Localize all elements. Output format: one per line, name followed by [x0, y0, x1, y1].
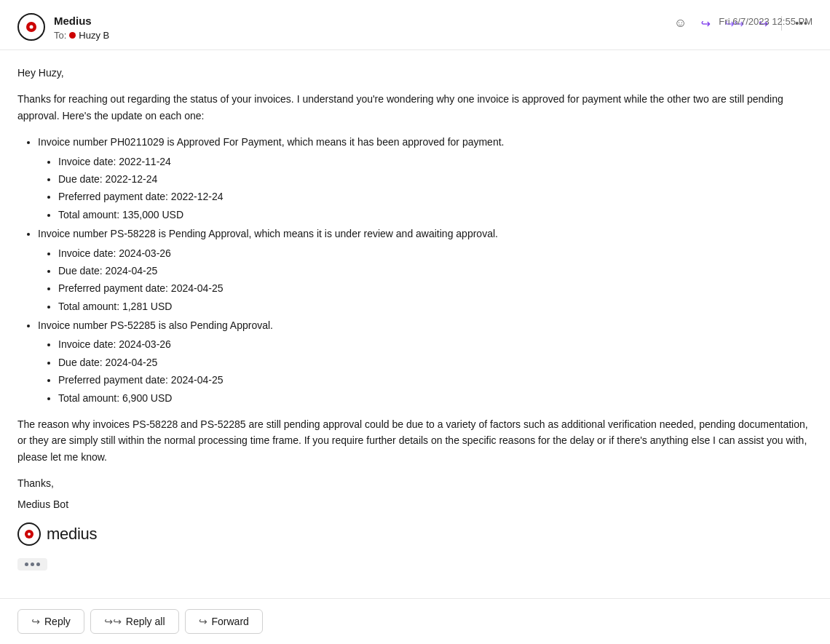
sender-name: Medius	[54, 13, 109, 28]
invoice2-details: Invoice date: 2024-03-26 Due date: 2024-…	[38, 245, 813, 315]
logo-text: medius	[47, 521, 97, 546]
list-item: Invoice date: 2022-11-24	[58, 154, 813, 170]
sender-details: Medius To: Huzy B	[54, 13, 109, 41]
closing-paragraph: The reason why invoices PS-58228 and PS-…	[17, 416, 813, 465]
list-item: Due date: 2024-04-25	[58, 354, 813, 370]
signature-name: Medius Bot	[17, 496, 813, 512]
list-item: Preferred payment date: 2024-04-25	[58, 280, 813, 296]
dot-2	[31, 562, 34, 566]
invoice1-details: Invoice date: 2022-11-24 Due date: 2022-…	[38, 154, 813, 223]
email-header: Medius To: Huzy B ☺ ↩ ↩↩ ↪	[0, 0, 830, 50]
reply-all-button[interactable]: ↩↩ Reply all	[90, 609, 179, 634]
emoji-icon: ☺	[674, 16, 687, 31]
avatar-icon	[26, 22, 36, 32]
email-body: Hey Huzy, Thanks for reaching out regard…	[0, 50, 830, 598]
invoice-list: Invoice number PH0211029 is Approved For…	[17, 134, 813, 406]
invoice3-header: Invoice number PS-52285 is also Pending …	[38, 319, 273, 331]
reply-label: Reply	[44, 616, 71, 627]
list-item: Total amount: 6,900 USD	[58, 390, 813, 406]
list-item: Preferred payment date: 2022-12-24	[58, 188, 813, 204]
reply-icon: ↩	[31, 616, 40, 627]
reply-all-label: Reply all	[126, 616, 165, 627]
dot-3	[36, 562, 40, 566]
reply-icon-header: ↩	[701, 17, 711, 31]
list-item: Invoice date: 2024-03-26	[58, 245, 813, 261]
logo-icon	[17, 522, 41, 546]
medius-logo: medius	[17, 521, 813, 546]
intro-paragraph: Thanks for reaching out regarding the st…	[17, 91, 813, 124]
reply-all-icon: ↩↩	[104, 616, 122, 627]
forward-icon: ↪	[199, 616, 208, 627]
list-item: Invoice number PS-58228 is Pending Appro…	[38, 226, 813, 314]
list-item: Invoice number PS-52285 is also Pending …	[38, 317, 813, 406]
sender-info: Medius To: Huzy B	[17, 13, 670, 41]
list-item: Due date: 2022-12-24	[58, 171, 813, 187]
thanks: Thanks,	[17, 475, 813, 491]
list-item: Preferred payment date: 2024-04-25	[58, 372, 813, 388]
reply-button-header[interactable]: ↩	[697, 14, 715, 33]
emoji-button[interactable]: ☺	[670, 13, 691, 33]
sender-to: To: Huzy B	[54, 30, 109, 41]
recipient-name: Huzy B	[79, 30, 109, 41]
forward-button[interactable]: ↪ Forward	[185, 609, 263, 634]
list-item: Total amount: 135,000 USD	[58, 207, 813, 223]
invoice1-header: Invoice number PH0211029 is Approved For…	[38, 136, 504, 148]
email-container: Medius To: Huzy B ☺ ↩ ↩↩ ↪	[0, 0, 830, 644]
reply-button[interactable]: ↩ Reply	[17, 609, 84, 634]
dot-1	[25, 562, 28, 566]
avatar	[17, 13, 45, 41]
logo-icon-inner	[25, 530, 33, 538]
greeting: Hey Huzy,	[17, 65, 813, 81]
list-item: Invoice number PH0211029 is Approved For…	[38, 134, 813, 223]
recipient-dot	[69, 32, 76, 39]
dots-indicator[interactable]	[17, 558, 47, 571]
timestamp: Fri 6/7/2023 12:55 PM	[719, 16, 813, 27]
to-label: To:	[54, 30, 66, 41]
list-item: Due date: 2024-04-25	[58, 263, 813, 279]
list-item: Total amount: 1,281 USD	[58, 298, 813, 314]
list-item: Invoice date: 2024-03-26	[58, 336, 813, 352]
invoice3-details: Invoice date: 2024-03-26 Due date: 2024-…	[38, 336, 813, 406]
forward-label: Forward	[212, 616, 249, 627]
invoice2-header: Invoice number PS-58228 is Pending Appro…	[38, 228, 498, 239]
action-buttons-bar: ↩ Reply ↩↩ Reply all ↪ Forward	[0, 598, 830, 644]
